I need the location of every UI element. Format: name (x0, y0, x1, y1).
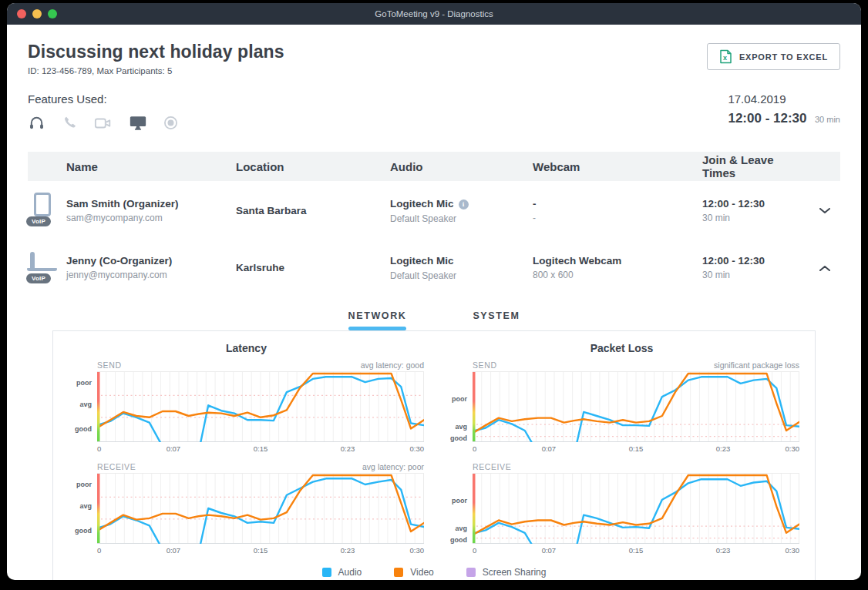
export-to-excel-button[interactable]: x EXPORT TO EXCEL (707, 43, 840, 70)
close-window-button[interactable] (17, 9, 26, 18)
x-axis-tick-label: 0:23 (341, 546, 355, 555)
x-axis-tick-label: 0:15 (629, 444, 644, 453)
legend-item-screen-sharing: Screen Sharing (466, 567, 547, 578)
x-axis-ticks: 00:070:150:230:30 (97, 544, 424, 555)
chart-title-latency: Latency (69, 342, 424, 354)
x-axis-tick-label: 0 (473, 546, 476, 555)
x-axis-ticks: 00:070:150:230:30 (97, 442, 424, 453)
collapse-row-chevron-icon[interactable] (819, 265, 830, 271)
app-window: GoToMeeting v9 - Diagnostics Discussing … (7, 3, 861, 580)
diagnostics-tabs: NETWORK SYSTEM (28, 307, 840, 330)
info-icon[interactable]: i (459, 199, 469, 210)
zoom-window-button[interactable] (48, 9, 57, 18)
latency-receive-chart: RECEIVE avg latency: poor pooravggood 00… (69, 462, 424, 555)
record-icon (163, 116, 178, 130)
excel-file-icon: x (719, 49, 732, 64)
network-charts-panel: Latency SEND avg latency: good pooravggo… (52, 330, 816, 580)
column-header-join-leave: Join & Leave Times (702, 153, 809, 179)
x-axis-tick-label: 0:15 (254, 546, 268, 555)
chart-annotation: significant package loss (714, 360, 799, 370)
chart-plot (97, 371, 424, 442)
table-row: VoIP Sam Smith (Organizer) sam@mycompany… (28, 181, 840, 238)
y-axis-label: good (450, 434, 467, 442)
x-axis-tick-label: 0:30 (786, 546, 800, 555)
features-used-block: Features Used: (28, 92, 178, 132)
meeting-datetime-block: 17.04.2019 12:00 - 12:30 30 min (728, 92, 840, 132)
minimize-window-button[interactable] (32, 9, 42, 18)
direction-label: SEND (97, 360, 122, 370)
latency-send-chart: SEND avg latency: good pooravggood 00:07… (69, 360, 424, 453)
x-axis-tick-label: 0 (97, 444, 101, 453)
chart-title-packet-loss: Packet Loss (444, 342, 799, 354)
audio-color-swatch (322, 568, 331, 577)
meeting-date: 17.04.2019 (728, 92, 840, 106)
webcam-resolution: - (533, 213, 702, 223)
tablet-device-icon (34, 193, 51, 216)
direction-label: RECEIVE (473, 462, 511, 471)
x-axis-ticks: 00:070:150:230:30 (473, 544, 799, 555)
column-header-audio: Audio (390, 160, 533, 173)
meeting-time-range: 12:00 - 12:30 (728, 111, 806, 126)
meeting-duration: 30 min (815, 115, 840, 124)
x-axis-tick-label: 0:15 (254, 444, 268, 453)
y-axis-label: good (75, 527, 92, 535)
video-color-swatch (394, 568, 403, 577)
join-leave-time: 12:00 - 12:30 (702, 255, 809, 267)
x-axis-tick-label: 0 (97, 546, 101, 555)
tab-network[interactable]: NETWORK (338, 307, 418, 330)
y-axis-label: poor (76, 481, 92, 488)
active-tab-underline (348, 327, 407, 330)
headset-icon (28, 114, 45, 132)
y-axis-label: poor (76, 379, 92, 387)
audio-speaker: Default Speaker (390, 213, 533, 224)
y-axis-labels: pooravggood (69, 371, 97, 442)
packet-loss-column: Packet Loss SEND significant package los… (444, 342, 799, 558)
meeting-id-subtitle: ID: 123-456-789, Max Participants: 5 (28, 66, 284, 75)
chart-legend: Audio Video Screen Sharing (69, 567, 799, 580)
page-title: Discussing next holiday plans (28, 42, 284, 62)
webcam-icon (94, 116, 113, 131)
y-axis-label: avg (79, 502, 92, 510)
screen-share-icon (129, 115, 147, 131)
y-axis-label: avg (455, 525, 467, 532)
audio-device: Logitech Mic (390, 255, 454, 267)
voip-badge: VoIP (26, 273, 51, 283)
y-axis-label: good (450, 536, 467, 544)
y-axis-label: poor (452, 497, 467, 505)
chart-annotation: avg latency: good (361, 360, 424, 370)
x-axis-tick-label: 0:07 (542, 546, 557, 555)
participant-location: Santa Barbara (236, 205, 390, 216)
y-axis-labels: pooravggood (69, 473, 97, 544)
chart-plot (97, 473, 424, 544)
y-axis-label: avg (79, 401, 92, 408)
voip-badge: VoIP (26, 216, 51, 226)
y-axis-labels: pooravggood (444, 473, 473, 544)
export-button-label: EXPORT TO EXCEL (739, 52, 828, 62)
latency-column: Latency SEND avg latency: good pooravggo… (69, 342, 424, 558)
feature-icons (28, 114, 178, 132)
session-duration: 30 min (702, 213, 809, 223)
legend-item-audio: Audio (322, 567, 362, 578)
y-axis-labels: pooravggood (444, 371, 473, 442)
webcam-device: - (533, 198, 702, 210)
chart-plot (473, 371, 799, 442)
participant-email: jenny@mycompany.com (66, 270, 236, 280)
x-axis-tick-label: 0:23 (716, 546, 731, 555)
tab-system[interactable]: SYSTEM (462, 307, 530, 330)
features-used-label: Features Used: (28, 92, 178, 106)
participant-location: Karlsruhe (236, 262, 390, 273)
x-axis-tick-label: 0:07 (167, 444, 181, 453)
direction-label: SEND (473, 360, 497, 370)
join-leave-time: 12:00 - 12:30 (702, 198, 809, 210)
webcam-resolution: 800 x 600 (533, 270, 702, 280)
audio-speaker: Default Speaker (390, 270, 533, 281)
x-axis-tick-label: 0:30 (786, 444, 800, 453)
x-axis-tick-label: 0:23 (341, 444, 355, 453)
x-axis-tick-label: 0:07 (542, 444, 557, 453)
packet-loss-send-chart: SEND significant package loss pooravggoo… (444, 360, 799, 453)
expand-row-chevron-icon[interactable] (819, 208, 830, 214)
session-duration: 30 min (702, 270, 809, 280)
x-axis-tick-label: 0:30 (410, 546, 425, 555)
y-axis-label: avg (455, 423, 467, 431)
device-cell: VoIP (28, 250, 66, 285)
